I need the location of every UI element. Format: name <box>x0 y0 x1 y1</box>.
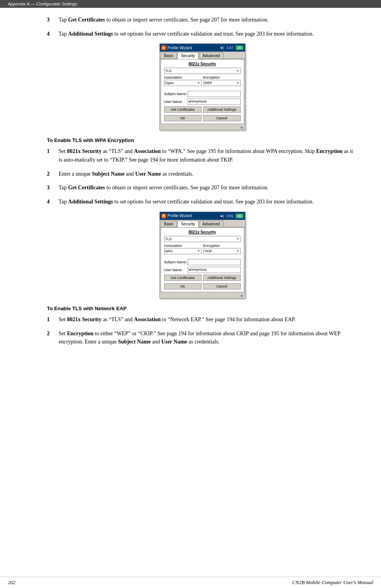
signal-icon-2: ◄( <box>220 214 224 218</box>
subject-name-row-2: Subject Name: <box>164 259 241 265</box>
scroll-icon-1: ▲ <box>240 126 243 129</box>
enc-arrow-1: ▼ <box>236 81 240 85</box>
time-display-2: 2:01 <box>226 214 233 218</box>
page-header: Appendix A — Configurable Settings <box>0 0 381 8</box>
screenshot-1: ★ Profile Wizard ◄( 1:57 ok Basic Securi… <box>47 43 358 130</box>
tab-security-1[interactable]: Security <box>177 52 199 59</box>
action-buttons-1: Get Certificates Additional Settings <box>164 106 241 113</box>
subject-name-input-1[interactable] <box>188 91 241 97</box>
ok-cancel-row-1: OK Cancel <box>164 115 241 121</box>
titlebar-right-2: ◄( 2:01 ok <box>220 214 243 218</box>
section-label-1: 8021x Security <box>164 62 241 66</box>
time-display: 1:57 <box>226 46 233 50</box>
additional-settings-btn-1[interactable]: Additional Settings <box>203 106 241 113</box>
encryption-col-2: Encryption TKIP ▼ <box>203 244 241 254</box>
profile-wizard-window-1: ★ Profile Wizard ◄( 1:57 ok Basic Securi… <box>159 43 245 130</box>
encryption-select-2[interactable]: TKIP ▼ <box>203 248 241 254</box>
step-number: 4 <box>47 198 59 206</box>
association-value-2: WPA <box>165 249 173 253</box>
spacer-1 <box>164 88 241 91</box>
encryption-col-1: Encryption WEP ▼ <box>203 76 241 86</box>
tab-security-2[interactable]: Security <box>177 221 199 227</box>
association-select-2[interactable]: WPA ▼ <box>164 248 202 254</box>
tab-advanced-1[interactable]: Advanced <box>199 52 223 59</box>
association-label-1: Association <box>164 76 202 79</box>
cancel-btn-1[interactable]: Cancel <box>203 115 241 121</box>
titlebar-right: ◄( 1:57 ok <box>220 45 243 50</box>
pw-footer-1: ▲ <box>160 125 245 130</box>
user-name-input-1[interactable]: anonymous <box>188 99 241 105</box>
association-col-2: Association WPA ▼ <box>164 244 202 254</box>
step-text: Tap Get Certificates to obtain or import… <box>59 183 358 192</box>
tab-basic-2[interactable]: Basic <box>161 221 177 227</box>
subject-name-input-2[interactable] <box>188 259 241 265</box>
subject-name-label-2: Subject Name: <box>164 260 188 264</box>
assoc-enc-group-1: Association Open ▼ Encryption WEP ▼ <box>164 76 241 86</box>
titlebar-2: ★ Profile Wizard ◄( 2:01 ok <box>160 212 245 220</box>
association-select-1[interactable]: Open ▼ <box>164 80 202 86</box>
user-name-input-2[interactable]: anonymous <box>188 267 241 273</box>
security-type-select-2[interactable]: TLS ▼ <box>164 236 241 242</box>
step-4-first: 4 Tap Additional Settings to set options… <box>47 30 358 38</box>
profile-wizard-window-2: ★ Profile Wizard ◄( 2:01 ok Basic Securi… <box>159 212 245 298</box>
header-text: Appendix A — Configurable Settings <box>8 2 77 6</box>
titlebar-ok-btn[interactable]: ok <box>236 45 243 50</box>
tab-bar-2: Basic Security Advanced <box>160 220 245 227</box>
user-name-label-1: User Name: <box>164 100 188 104</box>
scroll-icon-2: ▲ <box>240 294 243 297</box>
security-type-select-1[interactable]: TLS ▼ <box>164 68 241 74</box>
pw-icon: ★ <box>161 45 166 50</box>
additional-settings-btn-2[interactable]: Additional Settings <box>203 275 241 281</box>
tab-basic-1[interactable]: Basic <box>161 52 177 59</box>
pw-icon-symbol: ★ <box>162 46 165 50</box>
wpa-step-4: 4 Tap Additional Settings to set options… <box>47 198 358 206</box>
spacer-2 <box>164 256 241 259</box>
screenshot-2: ★ Profile Wizard ◄( 2:01 ok Basic Securi… <box>47 212 358 298</box>
encryption-label-2: Encryption <box>203 244 241 248</box>
titlebar-title: Profile Wizard <box>168 46 192 50</box>
step-number: 1 <box>47 147 59 164</box>
association-label-2: Association <box>164 244 202 248</box>
eap-step-2: 2 Set Encryption to either “WEP” or “CKI… <box>47 329 358 346</box>
get-certificates-btn-1[interactable]: Get Certificates <box>164 106 202 113</box>
pw-body-1: 8021x Security TLS ▼ Association Open ▼ <box>161 59 244 124</box>
doc-title: CN2B Mobile Computer User's Manual <box>292 579 373 586</box>
titlebar-title-2: Profile Wizard <box>168 214 192 218</box>
select-arrow-1: ▼ <box>236 69 240 73</box>
pw-icon-2: ★ <box>161 214 166 218</box>
cancel-btn-2[interactable]: Cancel <box>203 283 241 290</box>
user-name-label-2: User Name: <box>164 268 188 272</box>
titlebar-1: ★ Profile Wizard ◄( 1:57 ok <box>160 44 245 52</box>
ok-btn-2[interactable]: OK <box>164 283 202 290</box>
section-heading-2: To Enable TLS with Network EAP <box>47 306 358 311</box>
association-value-1: Open <box>165 81 174 85</box>
step-number: 4 <box>47 30 59 38</box>
titlebar-ok-btn-2[interactable]: ok <box>236 214 243 218</box>
section-heading-1: To Enable TLS with WPA Encryption <box>47 137 358 143</box>
security-type-row-2: TLS ▼ <box>164 236 241 242</box>
encryption-select-1[interactable]: WEP ▼ <box>203 80 241 86</box>
wpa-step-1: 1 Set 8021x Security as “TLS” and Associ… <box>47 147 358 164</box>
select-arrow-2: ▼ <box>236 237 240 241</box>
eap-step-1: 1 Set 8021x Security as “TLS” and Associ… <box>47 315 358 324</box>
step-number: 1 <box>47 315 59 324</box>
tab-advanced-2[interactable]: Advanced <box>199 221 223 227</box>
get-certificates-btn-2[interactable]: Get Certificates <box>164 275 202 281</box>
pw-footer-2: ▲ <box>160 293 245 298</box>
encryption-value-2: TKIP <box>204 249 212 253</box>
pw-body-2: 8021x Security TLS ▼ Association WPA ▼ <box>161 227 244 292</box>
user-name-row-1: User Name: anonymous <box>164 99 241 105</box>
enc-arrow-2: ▼ <box>236 249 240 253</box>
step-text: Set Encryption to either “WEP” or “CKIP.… <box>59 329 358 346</box>
action-buttons-2: Get Certificates Additional Settings <box>164 275 241 281</box>
step-number: 2 <box>47 170 59 178</box>
encryption-label-1: Encryption <box>203 76 241 79</box>
encryption-value-1: WEP <box>204 81 213 85</box>
subject-name-label-1: Subject Name: <box>164 92 188 96</box>
wpa-step-3: 3 Tap Get Certificates to obtain or impo… <box>47 183 358 192</box>
titlebar-left-2: ★ Profile Wizard <box>161 214 192 218</box>
page-footer: 202 CN2B Mobile Computer User's Manual <box>0 577 381 588</box>
step-number: 3 <box>47 183 59 192</box>
step-text: Set 8021x Security as “TLS” and Associat… <box>59 147 358 164</box>
ok-btn-1[interactable]: OK <box>164 115 202 121</box>
